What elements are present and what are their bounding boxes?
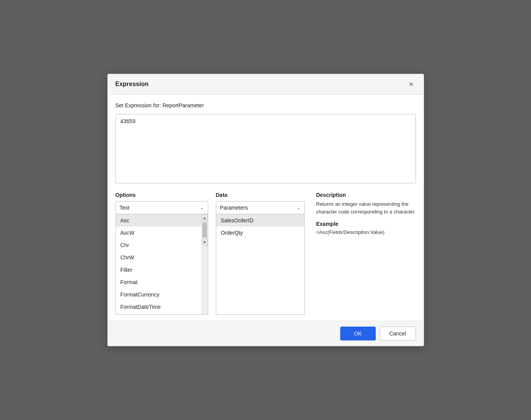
ok-button[interactable]: OK — [340, 327, 376, 340]
options-list: Asc AscW Chr ChrW Filter Format FormatCu… — [116, 214, 202, 314]
example-text: =Asc(Fields!Description.Value) — [316, 229, 416, 235]
options-selected-value: Text — [120, 205, 130, 211]
close-button[interactable]: × — [407, 80, 416, 89]
data-select[interactable]: Parameters ⌄ — [216, 201, 305, 214]
list-item[interactable]: FormatCurrency — [116, 288, 202, 301]
bottom-section: Options Text ⌄ Asc AscW Chr ChrW — [115, 192, 416, 315]
description-text: Returns an integer value representing th… — [316, 200, 416, 215]
description-heading: Description — [316, 192, 416, 198]
list-item[interactable]: AscW — [116, 227, 202, 239]
chevron-down-icon: ⌄ — [200, 205, 204, 210]
options-panel: Options Text ⌄ Asc AscW Chr ChrW — [115, 192, 208, 315]
data-list-box: SalesOrderID OrderQty — [216, 214, 305, 315]
list-item[interactable]: FormatDateTime — [116, 301, 202, 313]
dialog-overlay: Expression × Set Expression for: ReportP… — [0, 0, 531, 420]
options-select-display[interactable]: Text ⌄ — [116, 202, 208, 214]
data-selected-value: Parameters — [220, 205, 248, 211]
chevron-down-icon: ⌄ — [297, 205, 300, 210]
list-item[interactable]: Format — [116, 276, 202, 288]
dialog-footer: OK Cancel — [108, 321, 424, 346]
set-expression-label: Set Expression for: ReportParameter — [115, 102, 416, 108]
expression-dialog: Expression × Set Expression for: ReportP… — [107, 74, 424, 346]
dialog-title: Expression — [115, 81, 149, 88]
scroll-thumb[interactable] — [202, 222, 207, 238]
cancel-button[interactable]: Cancel — [380, 327, 416, 340]
options-label: Options — [115, 192, 208, 198]
options-scrollbar[interactable]: ▲ ▼ — [202, 214, 208, 314]
list-item[interactable]: ChrW — [116, 251, 202, 264]
example-heading: Example — [316, 221, 416, 227]
description-panel: Description Returns an integer value rep… — [312, 192, 416, 235]
dialog-header: Expression × — [108, 74, 424, 95]
expression-textarea[interactable]: 43659 — [115, 114, 416, 183]
data-select-display[interactable]: Parameters ⌄ — [216, 202, 304, 214]
scroll-up-arrow[interactable]: ▲ — [202, 214, 208, 222]
list-item[interactable]: Filter — [116, 264, 202, 276]
list-item[interactable]: Chr — [116, 239, 202, 251]
data-label: Data — [216, 192, 305, 198]
dialog-body: Set Expression for: ReportParameter 4365… — [108, 95, 424, 321]
list-item[interactable]: Asc — [116, 214, 202, 227]
scroll-down-arrow[interactable]: ▼ — [202, 239, 208, 246]
data-panel: Data Parameters ⌄ SalesOrderID OrderQty — [216, 192, 305, 315]
options-list-wrapper: Asc AscW Chr ChrW Filter Format FormatCu… — [115, 214, 208, 315]
list-item[interactable]: SalesOrderID — [216, 214, 304, 227]
options-select[interactable]: Text ⌄ — [115, 201, 208, 214]
list-item[interactable]: OrderQty — [216, 227, 304, 239]
